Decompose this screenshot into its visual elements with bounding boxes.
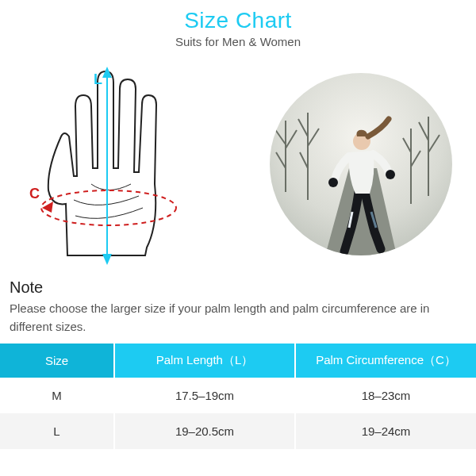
header-size: Size (0, 344, 114, 378)
table-header-row: Size Palm Length（L） Palm Circumference（C… (0, 344, 476, 378)
page-subtitle: Suits for Men & Women (0, 35, 476, 48)
cell-size: L (0, 413, 114, 449)
figure-row: L C (0, 48, 476, 278)
svg-point-8 (386, 170, 395, 179)
cell-length: 19–20.5cm (114, 413, 295, 449)
note-block: Note Please choose the larger size if yo… (0, 278, 476, 344)
header: Size Chart Suits for Men & Women (0, 0, 476, 48)
size-table: Size Palm Length（L） Palm Circumference（C… (0, 344, 476, 449)
cell-circ: 18–23cm (295, 378, 476, 413)
hand-diagram: L C (12, 57, 218, 271)
runner-photo (270, 73, 452, 255)
cell-length: 17.5–19cm (114, 378, 295, 413)
table-row: M 17.5–19cm 18–23cm (0, 378, 476, 413)
svg-point-7 (328, 178, 338, 187)
note-heading: Note (10, 278, 466, 297)
header-circ: Palm Circumference（C） (295, 344, 476, 378)
page-title: Size Chart (0, 8, 476, 33)
svg-marker-2 (102, 254, 112, 265)
circumference-label: C (29, 186, 40, 202)
cell-circ: 19–24cm (295, 413, 476, 449)
length-label: L (94, 71, 102, 87)
note-text: Please choose the larger size if your pa… (10, 300, 466, 336)
header-length: Palm Length（L） (114, 344, 295, 378)
table-row: L 19–20.5cm 19–24cm (0, 413, 476, 449)
cell-size: M (0, 378, 114, 413)
